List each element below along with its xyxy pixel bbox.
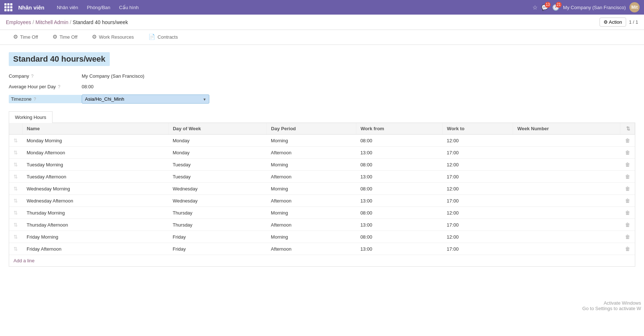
cell-work-from: 13:00 — [356, 243, 442, 255]
drag-cell[interactable]: ⇅ — [9, 207, 22, 219]
avg-hour-help-icon[interactable]: ? — [58, 84, 61, 89]
drag-handle-icon[interactable]: ⇅ — [13, 162, 18, 167]
drag-handle-icon[interactable]: ⇅ — [13, 138, 18, 143]
drag-handle-icon[interactable]: ⇅ — [13, 222, 18, 228]
breadcrumb-employees[interactable]: Employees — [6, 19, 31, 25]
delete-cell[interactable]: 🗑 — [620, 183, 635, 195]
cell-day-of-week: Thursday — [168, 207, 266, 219]
cell-work-to: 17:00 — [442, 195, 513, 207]
delete-row-button[interactable]: 🗑 — [625, 210, 631, 216]
tab-working-hours[interactable]: Working Hours — [9, 111, 53, 123]
cell-week-number — [513, 183, 620, 195]
drag-cell[interactable]: ⇅ — [9, 183, 22, 195]
nav-nhan-vien[interactable]: Nhân viên — [53, 3, 82, 12]
delete-row-button[interactable]: 🗑 — [625, 174, 631, 179]
delete-row-button[interactable]: 🗑 — [625, 198, 631, 204]
cell-day-of-week: Wednesday — [168, 183, 266, 195]
drag-handle-icon[interactable]: ⇅ — [13, 198, 18, 204]
apps-grid-icon[interactable] — [4, 3, 12, 11]
tab-work-resources-label: Work Resources — [99, 34, 134, 40]
drag-cell[interactable]: ⇅ — [9, 147, 22, 159]
cell-day-of-week: Tuesday — [168, 171, 266, 183]
drag-cell[interactable]: ⇅ — [9, 171, 22, 183]
breadcrumb-mitchell[interactable]: Mitchell Admin — [35, 19, 68, 25]
delete-cell[interactable]: 🗑 — [620, 159, 635, 171]
delete-cell[interactable]: 🗑 — [620, 207, 635, 219]
cell-work-from: 13:00 — [356, 171, 442, 183]
col-week-number[interactable]: Week Number — [513, 123, 620, 135]
activities-btn[interactable]: 🕐 21 — [552, 4, 559, 11]
delete-row-button[interactable]: 🗑 — [625, 246, 631, 252]
cell-work-from: 08:00 — [356, 207, 442, 219]
delete-row-button[interactable]: 🗑 — [625, 150, 631, 155]
tab-work-resources[interactable]: ⚙ Work Resources — [85, 30, 141, 45]
company-name[interactable]: My Company (San Francisco) — [563, 5, 626, 10]
contracts-icon: 📄 — [148, 34, 155, 40]
col-day-of-week[interactable]: Day of Week — [168, 123, 266, 135]
drag-cell[interactable]: ⇅ — [9, 243, 22, 255]
col-work-from[interactable]: Work from — [356, 123, 442, 135]
company-field-row: Company ? My Company (San Francisco) — [9, 73, 635, 79]
col-day-period[interactable]: Day Period — [267, 123, 356, 135]
col-work-to[interactable]: Work to — [442, 123, 513, 135]
delete-cell[interactable]: 🗑 — [620, 219, 635, 231]
cell-day-of-week: Thursday — [168, 219, 266, 231]
delete-row-button[interactable]: 🗑 — [625, 162, 631, 167]
tab-contracts-label: Contracts — [158, 34, 178, 40]
timezone-help-icon[interactable]: ? — [34, 97, 36, 102]
messages-btn[interactable]: 💬 13 — [541, 4, 548, 11]
sort-icon[interactable]: ⇅ — [626, 126, 630, 131]
company-help-icon[interactable]: ? — [31, 74, 34, 79]
drag-cell[interactable]: ⇅ — [9, 159, 22, 171]
drag-cell[interactable]: ⇅ — [9, 135, 22, 147]
delete-cell[interactable]: 🗑 — [620, 147, 635, 159]
table-row: ⇅ Wednesday Morning Wednesday Morning 08… — [9, 183, 635, 195]
cell-day-period: Morning — [267, 231, 356, 243]
table-row: ⇅ Monday Afternoon Monday Afternoon 13:0… — [9, 147, 635, 159]
cell-name: Tuesday Morning — [22, 159, 168, 171]
cell-day-of-week: Friday — [168, 231, 266, 243]
tab-time-off-1[interactable]: ⚙ Time Off — [6, 30, 45, 45]
table-row: ⇅ Wednesday Afternoon Wednesday Afternoo… — [9, 195, 635, 207]
delete-cell[interactable]: 🗑 — [620, 171, 635, 183]
cell-work-from: 13:00 — [356, 195, 442, 207]
action-button[interactable]: ⚙ Action — [600, 18, 626, 27]
cell-day-period: Morning — [267, 183, 356, 195]
main-content: Standard 40 hours/week Company ? My Comp… — [0, 45, 644, 336]
table-row: ⇅ Friday Morning Friday Morning 08:00 12… — [9, 231, 635, 243]
delete-row-button[interactable]: 🗑 — [625, 234, 631, 240]
activities-badge: 21 — [556, 2, 562, 8]
star-icon[interactable]: ☆ — [532, 4, 538, 11]
delete-row-button[interactable]: 🗑 — [625, 138, 631, 143]
tab-time-off-2[interactable]: ⚙ Time Off — [45, 30, 85, 45]
cell-work-from: 08:00 — [356, 183, 442, 195]
avatar[interactable]: Mit — [629, 2, 640, 12]
delete-row-button[interactable]: 🗑 — [625, 186, 631, 192]
drag-handle-icon[interactable]: ⇅ — [13, 234, 18, 240]
delete-cell[interactable]: 🗑 — [620, 243, 635, 255]
drag-handle-icon[interactable]: ⇅ — [13, 174, 18, 179]
delete-row-button[interactable]: 🗑 — [625, 222, 631, 228]
drag-handle-icon[interactable]: ⇅ — [13, 246, 18, 252]
delete-cell[interactable]: 🗑 — [620, 231, 635, 243]
breadcrumb-bar: Employees / Mitchell Admin / Standard 40… — [0, 15, 644, 30]
section-tabs: Working Hours — [9, 111, 635, 123]
topbar-brand[interactable]: Nhân viên — [18, 4, 44, 11]
drag-cell[interactable]: ⇅ — [9, 219, 22, 231]
cell-day-of-week: Wednesday — [168, 195, 266, 207]
add-line-button[interactable]: Add a line — [9, 255, 39, 266]
drag-handle-icon[interactable]: ⇅ — [13, 150, 18, 155]
nav-phong-ban[interactable]: Phòng/Ban — [83, 3, 114, 12]
drag-handle-icon[interactable]: ⇅ — [13, 210, 18, 216]
timezone-select[interactable]: Asia/Ho_Chi_MinhUTCAmerica/New_YorkEurop… — [82, 94, 209, 104]
drag-cell[interactable]: ⇅ — [9, 231, 22, 243]
cell-week-number — [513, 159, 620, 171]
drag-handle-icon[interactable]: ⇅ — [13, 186, 18, 192]
delete-cell[interactable]: 🗑 — [620, 135, 635, 147]
drag-cell[interactable]: ⇅ — [9, 195, 22, 207]
nav-cau-hinh[interactable]: Cấu hình — [116, 3, 143, 12]
tab-contracts[interactable]: 📄 Contracts — [141, 30, 185, 45]
delete-cell[interactable]: 🗑 — [620, 195, 635, 207]
col-name[interactable]: Name — [22, 123, 168, 135]
form-title[interactable]: Standard 40 hours/week — [9, 52, 110, 66]
